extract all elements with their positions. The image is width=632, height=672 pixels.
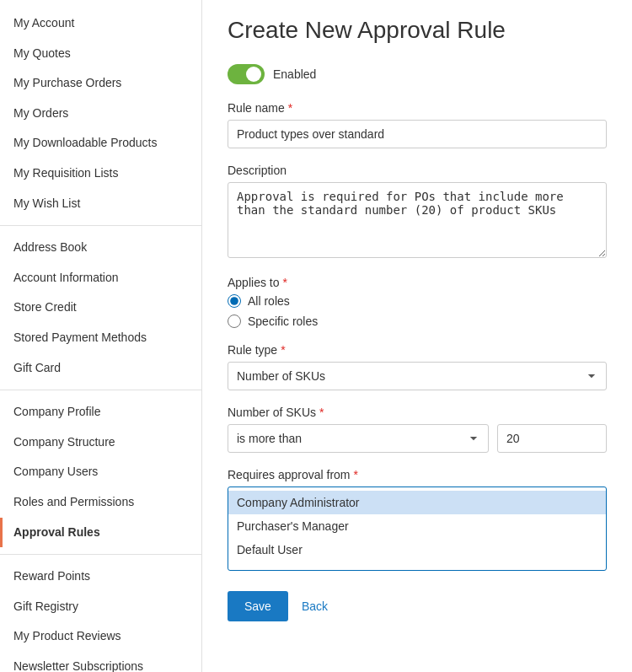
sidebar-item-company-profile[interactable]: Company Profile: [0, 397, 201, 427]
sidebar-item-my-wish-list[interactable]: My Wish List: [0, 189, 201, 219]
rule-name-input[interactable]: [228, 120, 607, 148]
sidebar-item-my-account[interactable]: My Account: [0, 8, 201, 39]
sidebar-item-my-downloadable-products[interactable]: My Downloadable Products: [0, 128, 201, 159]
back-button[interactable]: Back: [302, 599, 328, 613]
enabled-toggle-row: Enabled: [228, 64, 607, 84]
sidebar-item-company-structure[interactable]: Company Structure: [0, 427, 201, 458]
radio-specific-roles-label: Specific roles: [248, 314, 318, 328]
sidebar-item-reward-points[interactable]: Reward Points: [0, 562, 201, 592]
sidebar-item-gift-registry[interactable]: Gift Registry: [0, 592, 201, 622]
sidebar-item-approval-rules[interactable]: Approval Rules: [0, 518, 201, 548]
listbox-item-company-admin[interactable]: Company Administrator: [228, 491, 606, 514]
radio-all-roles-label: All roles: [248, 294, 290, 308]
sidebar-divider-1: [0, 225, 201, 226]
page-title: Create New Approval Rule: [228, 17, 607, 44]
sku-count-group: Number of SKUs* is more than is less tha…: [228, 406, 607, 453]
approval-listbox[interactable]: Company Administrator Purchaser's Manage…: [228, 487, 607, 571]
sidebar-item-my-product-reviews[interactable]: My Product Reviews: [0, 621, 201, 652]
listbox-item-purchasers-manager[interactable]: Purchaser's Manager: [228, 514, 606, 538]
rule-name-required: *: [288, 101, 292, 115]
save-button[interactable]: Save: [228, 591, 288, 621]
sidebar-item-my-quotes[interactable]: My Quotes: [0, 39, 201, 69]
listbox-item-default-user[interactable]: Default User: [228, 538, 606, 562]
sidebar-item-stored-payment-methods[interactable]: Stored Payment Methods: [0, 323, 201, 353]
rule-name-label: Rule name*: [228, 101, 607, 115]
applies-to-group: Applies to* All roles Specific roles: [228, 276, 607, 328]
sidebar: My AccountMy QuotesMy Purchase OrdersMy …: [0, 0, 202, 672]
rule-type-group: Rule type* Number of SKUs Order Total Sh…: [228, 343, 607, 390]
requires-approval-label: Requires approval from*: [228, 468, 607, 481]
sidebar-divider-3: [0, 554, 201, 555]
enabled-toggle[interactable]: [228, 64, 265, 84]
sidebar-item-store-credit[interactable]: Store Credit: [0, 293, 201, 323]
sku-condition-select[interactable]: is more than is less than is equal to: [228, 424, 489, 453]
sidebar-item-account-information[interactable]: Account Information: [0, 263, 201, 293]
description-group: Description Approval is required for POs…: [228, 164, 607, 261]
description-input[interactable]: Approval is required for POs that includ…: [228, 182, 607, 258]
requires-approval-required: *: [354, 468, 358, 481]
toggle-thumb: [246, 67, 261, 82]
sku-row: is more than is less than is equal to: [228, 424, 607, 453]
radio-all-roles-input[interactable]: [228, 294, 241, 308]
sidebar-item-company-users[interactable]: Company Users: [0, 457, 201, 487]
sidebar-divider-2: [0, 390, 201, 390]
rule-name-group: Rule name*: [228, 101, 607, 148]
sidebar-item-my-orders[interactable]: My Orders: [0, 99, 201, 129]
radio-all-roles[interactable]: All roles: [228, 294, 607, 308]
description-label: Description: [228, 164, 607, 177]
sidebar-item-gift-card[interactable]: Gift Card: [0, 353, 201, 384]
sku-count-required: *: [319, 406, 324, 419]
main-content: Create New Approval Rule Enabled Rule na…: [202, 0, 632, 672]
radio-specific-roles-input[interactable]: [228, 314, 241, 328]
applies-to-label: Applies to*: [228, 276, 607, 289]
requires-approval-group: Requires approval from* Company Administ…: [228, 468, 607, 571]
sidebar-item-newsletter-subscriptions[interactable]: Newsletter Subscriptions: [0, 652, 201, 672]
rule-type-label: Rule type*: [228, 343, 607, 357]
rule-type-required: *: [281, 343, 285, 357]
applies-to-required: *: [282, 276, 287, 289]
sidebar-item-my-purchase-orders[interactable]: My Purchase Orders: [0, 68, 201, 99]
sku-amount-input[interactable]: [497, 424, 607, 453]
rule-type-select[interactable]: Number of SKUs Order Total Shipping Cost: [228, 362, 607, 390]
enabled-label: Enabled: [273, 67, 316, 81]
sku-count-label: Number of SKUs*: [228, 406, 607, 419]
radio-specific-roles[interactable]: Specific roles: [228, 314, 607, 328]
sidebar-item-my-requisition-lists[interactable]: My Requisition Lists: [0, 159, 201, 189]
sidebar-item-roles-and-permissions[interactable]: Roles and Permissions: [0, 487, 201, 518]
button-row: Save Back: [228, 591, 607, 621]
applies-to-radio-group: All roles Specific roles: [228, 294, 607, 328]
sidebar-item-address-book[interactable]: Address Book: [0, 233, 201, 263]
